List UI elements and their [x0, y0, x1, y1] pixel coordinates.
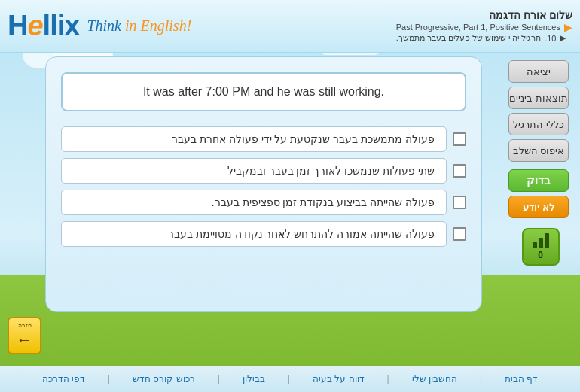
option-text-3[interactable]: פעולה שהייתה בביצוע בנקודת זמן ספציפית ב…: [61, 190, 447, 215]
option-checkbox-2[interactable]: [453, 164, 466, 178]
footer-link-new-course[interactable]: רכוש קורס חדש: [133, 374, 195, 384]
option-text-1[interactable]: פעולה מתמשכת בעבר שנקטעת על ידי פעולה אח…: [61, 126, 447, 152]
logo-area: Hellix Think in English!: [8, 10, 191, 42]
score-bar-2: [539, 238, 543, 248]
logo-o: e: [27, 10, 42, 41]
header-lesson: ▶ 10. תרגיל יהוי שימוש של פעלים בעבר מתמ…: [396, 33, 572, 43]
score-widget: 0: [522, 228, 560, 266]
lesson-text: תרגיל יהוי שימוש של פעלים בעבר מתמשך.: [396, 33, 541, 43]
option-text-4[interactable]: פעולה שהייתה אמורה להתרחש לאחר נקודה מסו…: [61, 221, 447, 247]
options-list: פעולה מתמשכת בעבר שנקטעת על ידי פעולה אח…: [61, 126, 466, 247]
check-button[interactable]: בדוק: [508, 169, 569, 192]
main-content: It was after 7:00 PM and he was still wo…: [45, 56, 482, 312]
back-button[interactable]: חזרה ←: [8, 317, 41, 354]
option-checkbox-3[interactable]: [453, 196, 466, 209]
reset-step-button[interactable]: איפוס השלב: [508, 139, 569, 162]
sentence-text: It was after 7:00 PM and he was still wo…: [143, 85, 384, 98]
footer-link-report[interactable]: דווח על בעיה: [313, 374, 365, 384]
option-item-2: שתי פעולות שנמשכו לאורך זמן בעבר ובמקביל: [61, 158, 466, 184]
option-text-2[interactable]: שתי פעולות שנמשכו לאורך זמן בעבר ובמקביל: [61, 158, 447, 184]
lesson-number: 10.: [545, 34, 556, 43]
footer-divider-4: |: [218, 374, 220, 384]
footer: דף הבית | החשבון שלי | דווח על בעיה | בב…: [0, 366, 580, 392]
results-button[interactable]: תוצאות ביניים: [508, 87, 569, 109]
score-number: 0: [538, 250, 543, 260]
all-exercises-button[interactable]: כללי התרגיל: [508, 113, 569, 135]
footer-link-account[interactable]: החשבון שלי: [412, 374, 457, 384]
footer-divider-3: |: [288, 374, 290, 384]
score-bars: [533, 233, 549, 248]
exit-button[interactable]: יציאה: [508, 60, 569, 83]
footer-divider-1: |: [480, 374, 482, 384]
subtitle-arrow-icon: ▶: [564, 21, 572, 33]
option-item-1: פעולה מתמשכת בעבר שנקטעת על ידי פעולה אח…: [61, 126, 466, 152]
option-item-3: פעולה שהייתה בביצוע בנקודת זמן ספציפית ב…: [61, 190, 466, 215]
sentence-box: It was after 7:00 PM and he was still wo…: [61, 72, 466, 111]
header: Hellix Think in English! שלום אורח הדגמה…: [0, 0, 580, 53]
score-bar-3: [545, 233, 549, 248]
footer-link-guides[interactable]: דפי הדרכה: [42, 374, 85, 384]
lesson-arrow-icon: ▶: [560, 33, 566, 43]
dontknow-button[interactable]: לא יודע: [508, 196, 569, 218]
subtitle-text: Past Progressive, Part 1, Positive Sente…: [396, 23, 560, 32]
option-item-4: פעולה שהייתה אמורה להתרחש לאחר נקודה מסו…: [61, 221, 466, 247]
header-title: שלום אורח הדגמה: [396, 9, 572, 21]
option-checkbox-1[interactable]: [453, 132, 466, 146]
footer-link-home[interactable]: דף הבית: [505, 374, 538, 384]
sidebar: יציאה תוצאות ביניים כללי התרגיל איפוס הש…: [508, 60, 572, 266]
tagline-think: Think: [87, 17, 121, 34]
tagline-rest: in English!: [121, 17, 191, 34]
option-checkbox-4[interactable]: [453, 227, 466, 241]
footer-divider-5: |: [108, 374, 110, 384]
tagline: Think in English!: [87, 17, 191, 35]
back-arrow-icon: ←: [17, 330, 33, 350]
logo: Hellix: [8, 10, 79, 42]
score-bar-1: [533, 242, 537, 248]
header-info: שלום אורח הדגמה ▶ Past Progressive, Part…: [396, 9, 572, 43]
footer-divider-2: |: [387, 374, 389, 384]
footer-link-babylon[interactable]: בבילון: [243, 374, 265, 384]
back-label: חזרה: [18, 322, 32, 329]
header-subtitle: ▶ Past Progressive, Part 1, Positive Sen…: [396, 21, 572, 33]
